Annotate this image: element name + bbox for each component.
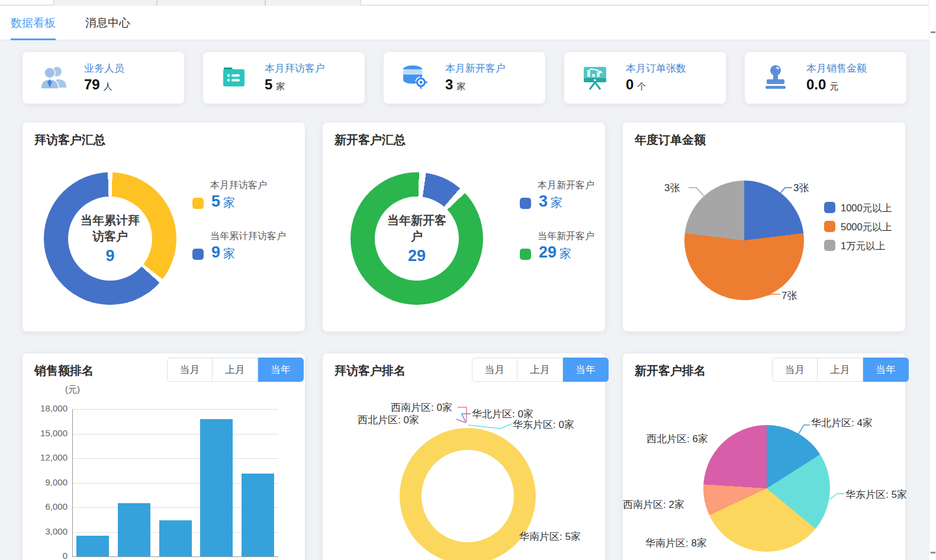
stat-card-2: 本月拜访客户5家 <box>203 52 365 104</box>
legend-value-number: 9 <box>211 243 220 261</box>
stat-card-4: 本月订单张数0个 <box>564 52 726 104</box>
stat-value: 79 <box>84 76 100 92</box>
legend-value: 29家 <box>539 243 571 262</box>
y-axis-unit-label: (元) <box>65 384 80 395</box>
visit-ranking-period-buttons: 当月上月当年 <box>472 358 609 382</box>
stat-title: 本月新开客户 <box>445 62 506 75</box>
legend-value-number: 5 <box>211 192 220 210</box>
active-tab-underline <box>11 38 56 40</box>
new-customer-target-icon <box>400 63 429 91</box>
region-count-label: 华南片区: 5家 <box>519 530 581 543</box>
stat-card-3: 本月新开客户3家 <box>384 52 545 104</box>
legend-swatch[interactable] <box>192 249 204 260</box>
new-customer-ranking-card: 新开客户排名 当月上月当年华北片区: 4家华东片区: 5家华南片区: 8家西南片… <box>623 353 905 560</box>
donut-chart: 当年累计拜访客户9 <box>44 172 176 305</box>
legend-label[interactable]: 当年累计拜访客户 <box>210 230 286 243</box>
visit-ranking-donut <box>400 428 536 560</box>
stat-value-row: 0.0元 <box>806 76 838 93</box>
bar-sales-2 <box>118 503 150 556</box>
slice-count-label: 3张 <box>793 181 809 195</box>
order-board-icon <box>581 63 609 91</box>
visit-summary-title: 拜访客户汇总 <box>34 132 105 148</box>
slice-count-label: 7张 <box>781 289 797 302</box>
gridline <box>72 434 278 435</box>
region-count-label: 西南片区: 2家 <box>623 498 684 511</box>
tabstrip-segment <box>157 0 265 5</box>
y-axis-tick-label: 0 <box>26 551 67 560</box>
legend-swatch[interactable] <box>824 240 835 251</box>
legend-value: 5家 <box>211 192 235 211</box>
stat-value-row: 5家 <box>265 76 285 93</box>
stat-title: 本月销售金额 <box>806 62 867 75</box>
stat-value: 0 <box>626 76 633 92</box>
new-customer-ranking-button-当月[interactable]: 当月 <box>772 358 818 382</box>
legend-swatch[interactable] <box>824 221 835 232</box>
center-text-line: 访客户 <box>92 228 128 244</box>
tab-message-center[interactable]: 消息中心 <box>85 15 130 31</box>
visit-ranking-title: 拜访客户排名 <box>334 363 406 379</box>
visit-ranking-button-上月[interactable]: 上月 <box>517 358 563 382</box>
stat-card-1: 业务人员79人 <box>22 52 184 104</box>
y-axis-tick-label: 18,000 <box>26 403 67 413</box>
visit-ranking-button-当年[interactable]: 当年 <box>563 358 609 382</box>
stat-value-row: 3家 <box>445 76 465 93</box>
y-axis-tick-label: 3,000 <box>26 526 67 536</box>
legend-swatch[interactable] <box>824 202 835 213</box>
bar-sales-3 <box>159 520 192 556</box>
legend-value: 9家 <box>211 243 235 262</box>
team-icon <box>39 63 67 91</box>
bar-sales-5 <box>242 474 274 556</box>
legend-value-unit: 家 <box>551 196 562 209</box>
stat-value: 3 <box>445 76 453 92</box>
browser-tabstrip-fragment <box>0 0 936 5</box>
region-count-label: 西南片区: 0家 <box>391 401 452 414</box>
stat-value-row: 79人 <box>84 76 112 93</box>
center-text-line: 当年累计拜 <box>81 213 140 228</box>
region-count-label: 西北片区: 6家 <box>646 432 708 446</box>
sales-ranking-card: 销售额排名 (元) 当月上月当年03,0006,0009,00012,00015… <box>22 353 305 560</box>
sales-ranking-button-上月[interactable]: 上月 <box>213 358 258 382</box>
visit-folder-icon <box>220 63 248 91</box>
legend-label[interactable]: 当年新开客户 <box>538 230 594 243</box>
legend-value-unit: 家 <box>223 247 235 260</box>
legend-label[interactable]: 本月新开客户 <box>538 179 594 192</box>
new-customer-ranking-title: 新开客户排名 <box>635 363 706 379</box>
stat-unit: 元 <box>829 81 838 91</box>
new-customer-ranking-button-上月[interactable]: 上月 <box>818 358 863 382</box>
bar-sales-4 <box>200 419 233 556</box>
new-customer-ranking-button-当年[interactable]: 当年 <box>863 358 909 382</box>
gridline <box>72 556 278 557</box>
gridline <box>72 409 278 410</box>
center-value: 29 <box>408 247 426 265</box>
region-count-label: 华南片区: 8家 <box>645 536 707 550</box>
gridline <box>72 458 278 459</box>
tabstrip-segment <box>53 0 157 5</box>
region-count-label: 华北片区: 4家 <box>811 416 873 430</box>
stat-value: 0.0 <box>806 76 826 92</box>
dashboard-viewport: 数据看板 消息中心 业务人员79人本月拜访客户5家本月新开客户3家本月订单张数0… <box>0 0 936 560</box>
legend-label[interactable]: 1万元以上 <box>841 240 885 253</box>
legend-value-unit: 家 <box>559 247 571 260</box>
legend-value-unit: 家 <box>223 196 235 209</box>
legend-swatch[interactable] <box>520 198 531 209</box>
y-axis-tick-label: 15,000 <box>26 428 67 438</box>
legend-swatch[interactable] <box>520 249 531 260</box>
bar-sales-1 <box>76 536 109 556</box>
tab-data-board[interactable]: 数据看板 <box>11 15 56 31</box>
legend-swatch[interactable] <box>192 198 204 209</box>
annual-order-amount-card: 年度订单金额 3张7张3张1000元以上5000元以上1万元以上 <box>623 123 905 332</box>
donut-center-label: 当年新开客户29 <box>375 197 459 281</box>
legend-label[interactable]: 本月拜访客户 <box>210 179 267 192</box>
visit-summary-card: 拜访客户汇总 当年累计拜访客户9本月拜访客户5家当年累计拜访客户9家 <box>22 123 305 332</box>
y-axis-line <box>72 409 73 556</box>
center-text-line: 户 <box>411 228 423 244</box>
sales-ranking-button-当月[interactable]: 当月 <box>167 358 213 382</box>
legend-label[interactable]: 5000元以上 <box>841 221 892 234</box>
visit-ranking-button-当月[interactable]: 当月 <box>472 358 517 382</box>
legend-label[interactable]: 1000元以上 <box>841 202 892 215</box>
stat-title: 业务人员 <box>84 62 124 75</box>
region-count-label: 华东片区: 0家 <box>513 418 574 432</box>
legend-value-number: 3 <box>539 192 548 210</box>
visit-ranking-card: 拜访客户排名 当月上月当年西南片区: 0家西北片区: 0家华北片区: 0家华东片… <box>323 353 605 560</box>
sales-ranking-button-当年[interactable]: 当年 <box>258 358 304 382</box>
